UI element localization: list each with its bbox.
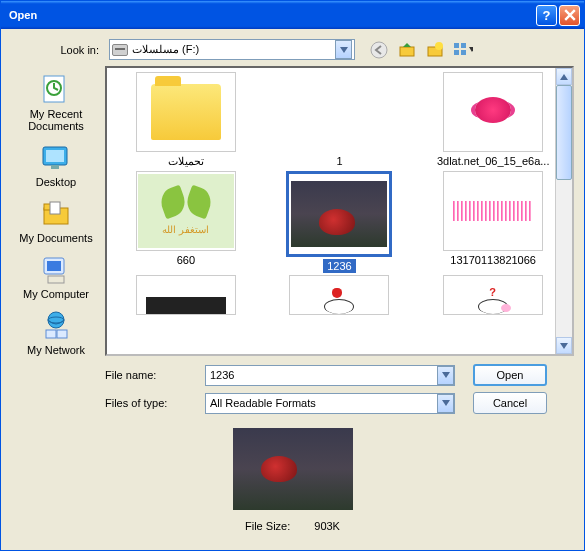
svg-rect-21: [46, 330, 56, 338]
svg-rect-1: [400, 47, 414, 56]
svg-point-19: [48, 312, 64, 328]
thumbnail-image: استغفر الله: [138, 174, 234, 248]
documents-icon: [40, 198, 72, 230]
sidebar-item-computer[interactable]: My Computer: [13, 254, 99, 300]
svg-rect-5: [461, 43, 466, 48]
svg-rect-18: [48, 276, 64, 283]
file-item[interactable]: تحميلات: [111, 72, 261, 169]
svg-point-0: [371, 42, 387, 58]
computer-icon: [40, 254, 72, 286]
svg-rect-4: [454, 43, 459, 48]
chevron-down-icon[interactable]: [335, 40, 352, 59]
file-item[interactable]: [111, 275, 261, 315]
svg-rect-6: [454, 50, 459, 55]
view-icon: [453, 41, 473, 59]
lookin-label: Look in:: [11, 44, 109, 56]
sidebar-item-label: Desktop: [36, 176, 76, 188]
places-sidebar: My Recent Documents Desktop My Documents: [11, 66, 101, 356]
svg-rect-7: [461, 50, 466, 55]
filename-input[interactable]: 1236: [205, 365, 455, 386]
filetype-value: All Readable Formats: [210, 397, 437, 409]
chevron-down-icon[interactable]: [437, 394, 454, 413]
svg-point-3: [435, 42, 443, 50]
drive-icon: [112, 44, 128, 56]
file-name: 3dlat.net_06_15_e6a...: [433, 154, 554, 168]
back-button[interactable]: [369, 40, 389, 60]
new-folder-icon: [426, 41, 444, 59]
svg-rect-22: [57, 330, 67, 338]
cancel-button[interactable]: Cancel: [473, 392, 547, 414]
svg-rect-15: [50, 202, 60, 214]
back-icon: [370, 41, 388, 59]
sidebar-item-label: My Network: [27, 344, 85, 356]
close-icon: [564, 9, 576, 21]
up-button[interactable]: [397, 40, 417, 60]
window-title: Open: [5, 9, 536, 21]
file-name: 1236: [323, 259, 355, 273]
desktop-icon: [40, 142, 72, 174]
file-item[interactable]: 3dlat.net_06_15_e6a...: [418, 72, 568, 169]
svg-rect-17: [47, 261, 61, 271]
filetype-label: Files of type:: [105, 397, 205, 409]
sidebar-item-label: My Recent Documents: [13, 108, 99, 132]
file-item[interactable]: ?: [418, 275, 568, 315]
lookin-combo[interactable]: مسلسلات (F:): [109, 39, 355, 60]
filename-label: File name:: [105, 369, 205, 381]
file-name: 1: [332, 154, 346, 168]
sidebar-item-label: My Computer: [23, 288, 89, 300]
lookin-value: مسلسلات (F:): [132, 43, 335, 56]
thumbnail-image: [324, 288, 354, 314]
thumbnail-image: ?: [475, 286, 511, 314]
filename-value: 1236: [210, 369, 437, 381]
network-icon: [40, 310, 72, 342]
file-item[interactable]: 1: [265, 72, 415, 169]
file-name: 13170113821066: [446, 253, 540, 267]
scroll-thumb[interactable]: [556, 85, 572, 180]
folder-up-icon: [398, 41, 416, 59]
thumbnail-image: [291, 181, 387, 247]
titlebar[interactable]: Open ?: [1, 1, 584, 29]
file-item[interactable]: 13170113821066: [418, 171, 568, 273]
filesize-value: 903K: [314, 520, 340, 532]
scroll-up-button[interactable]: [556, 68, 572, 85]
filesize-label: File Size:: [245, 520, 290, 532]
folder-icon: [151, 84, 221, 140]
open-dialog: Open ? Look in: مسلسلات (F:): [0, 0, 585, 551]
file-item[interactable]: [265, 275, 415, 315]
view-menu-button[interactable]: [453, 40, 473, 60]
sidebar-item-label: My Documents: [19, 232, 92, 244]
sidebar-item-network[interactable]: My Network: [13, 310, 99, 356]
file-item-selected[interactable]: 1236: [265, 171, 415, 273]
sidebar-item-desktop[interactable]: Desktop: [13, 142, 99, 188]
thumbnail-image: [146, 286, 226, 314]
open-button[interactable]: Open: [473, 364, 547, 386]
help-button[interactable]: ?: [536, 5, 557, 26]
preview-area: File Size: 903K: [11, 428, 574, 532]
sidebar-item-recent[interactable]: My Recent Documents: [13, 74, 99, 132]
svg-rect-11: [46, 150, 64, 162]
scroll-down-button[interactable]: [556, 337, 572, 354]
file-list-view[interactable]: تحميلات 1 3dlat.net_06_15_e6a... استغفر …: [105, 66, 574, 356]
recent-icon: [40, 74, 72, 106]
vertical-scrollbar[interactable]: [555, 68, 572, 354]
filetype-select[interactable]: All Readable Formats: [205, 393, 455, 414]
close-button[interactable]: [559, 5, 580, 26]
chevron-down-icon[interactable]: [437, 366, 454, 385]
thumbnail-image: [453, 201, 533, 221]
thumbnail-image: [453, 87, 533, 137]
svg-rect-12: [51, 165, 59, 169]
new-folder-button[interactable]: [425, 40, 445, 60]
file-item[interactable]: استغفر الله 660: [111, 171, 261, 273]
sidebar-item-documents[interactable]: My Documents: [13, 198, 99, 244]
preview-image: [233, 428, 353, 510]
file-name: 660: [173, 253, 199, 267]
file-name: تحميلات: [164, 154, 208, 169]
